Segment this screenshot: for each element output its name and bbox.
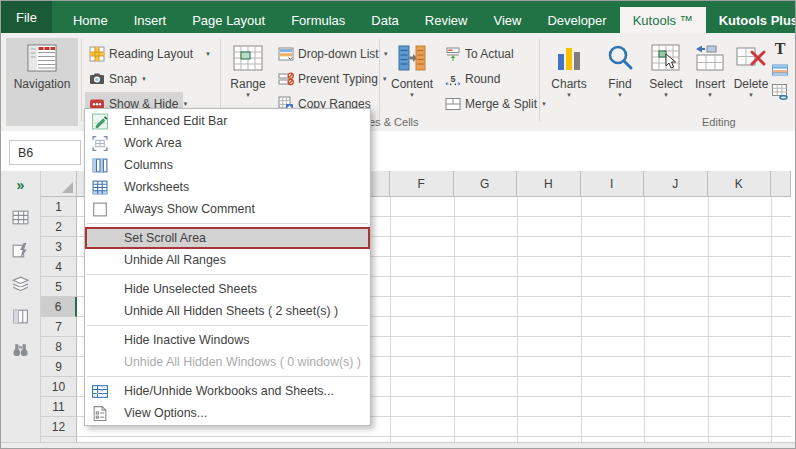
menu-item-label: Unhide All Hidden Windows ( 0 window(s) … — [124, 355, 361, 369]
navigation-button[interactable]: Navigation — [6, 38, 78, 126]
round-icon: 5 — [445, 71, 461, 87]
menu-item-label: View Options... — [124, 406, 207, 420]
expand-pane-button[interactable]: » — [17, 177, 25, 193]
comment-checkbox-icon — [91, 201, 109, 218]
editing-mini-buttons: T — [771, 39, 789, 101]
insert-button[interactable]: Insert ▼ — [690, 38, 730, 126]
menu-item-enhanced-edit-bar[interactable]: Enhanced Edit Bar — [85, 110, 370, 132]
tab-home[interactable]: Home — [60, 7, 121, 33]
merge-split-button[interactable]: Merge & Split ▼ — [441, 92, 551, 115]
select-button[interactable]: Select ▼ — [643, 38, 689, 126]
range-icon — [232, 42, 264, 74]
menu-item-unhide-all-hidden-sheets-2-sheet-s[interactable]: Unhide All Hidden Sheets ( 2 sheet(s) ) — [85, 300, 370, 322]
find-pane-icon[interactable] — [11, 340, 30, 359]
content-icon — [396, 42, 428, 74]
row-header-1[interactable]: 1 — [41, 197, 77, 217]
row-header-6[interactable]: 6 — [41, 297, 77, 317]
menu-item-label: Always Show Comment — [124, 202, 255, 216]
menu-item-hide-unselected-sheets[interactable]: Hide Unselected Sheets — [85, 278, 370, 300]
group-divider — [539, 39, 540, 121]
snap-label: Snap — [109, 72, 137, 86]
row-header-11[interactable]: 11 — [41, 397, 77, 417]
worksheets-icon — [91, 179, 109, 196]
column-header-clipped[interactable] — [771, 171, 791, 197]
tab-file[interactable]: File — [1, 1, 52, 33]
window-bottom-edge — [1, 442, 795, 449]
tab-kutools-plus[interactable]: Kutools Plus — [706, 7, 796, 33]
row-header-7[interactable]: 7 — [41, 317, 77, 337]
content-button[interactable]: Content ▼ — [385, 38, 439, 126]
column-gridline — [581, 197, 582, 442]
row-header-4[interactable]: 4 — [41, 257, 77, 277]
row-header-5[interactable]: 5 — [41, 277, 77, 297]
tab-kutools[interactable]: Kutools ™ — [620, 7, 706, 33]
column-header-K[interactable]: K — [708, 171, 772, 197]
tab-insert[interactable]: Insert — [121, 7, 180, 33]
reading-layout-button[interactable]: Reading Layout ▼ — [85, 42, 215, 65]
menu-item-columns[interactable]: Columns — [85, 154, 370, 176]
group-divider — [379, 39, 380, 121]
workbook-sheet-pane-icon[interactable] — [11, 208, 30, 227]
editing-group-label: Editing — [702, 116, 736, 128]
row-header-12[interactable]: 12 — [41, 417, 77, 437]
tab-view[interactable]: View — [480, 7, 534, 33]
layers-pane-icon[interactable] — [11, 274, 30, 293]
group-divider — [81, 39, 82, 121]
show-hide-dropdown-menu: Enhanced Edit BarWork AreaColumnsWorkshe… — [84, 108, 371, 426]
kutools-side-toolbar: » — [1, 171, 41, 442]
snap-button[interactable]: Snap ▼ — [85, 67, 151, 90]
text-tools-icon[interactable]: T — [771, 39, 789, 57]
column-gridline — [708, 197, 709, 442]
column-header-H[interactable]: H — [517, 171, 581, 197]
row-header-2[interactable]: 2 — [41, 217, 77, 237]
delete-label: Delete — [734, 77, 769, 91]
select-all-corner[interactable] — [41, 171, 77, 197]
menu-item-hide-unhide-workbooks-and-sheets[interactable]: Hide/Unhide Workbooks and Sheets... — [85, 380, 370, 402]
name-box-value: B6 — [18, 146, 33, 160]
menu-item-icon-empty — [91, 354, 109, 371]
menu-item-work-area[interactable]: Work Area — [85, 132, 370, 154]
row-header-8[interactable]: 8 — [41, 337, 77, 357]
round-button[interactable]: 5 Round — [441, 67, 504, 90]
tab-data[interactable]: Data — [358, 7, 411, 33]
dropdown-list-button[interactable]: Drop-down List ▼ — [274, 42, 393, 65]
svg-text:5: 5 — [450, 73, 455, 83]
charts-label: Charts — [551, 77, 586, 91]
menu-item-label: Worksheets — [124, 180, 189, 194]
tab-developer[interactable]: Developer — [534, 7, 619, 33]
menu-item-icon-empty — [91, 252, 109, 269]
column-pane-icon[interactable] — [11, 307, 30, 326]
row-header-10[interactable]: 10 — [41, 377, 77, 397]
row-header-9[interactable]: 9 — [41, 357, 77, 377]
menu-item-hide-inactive-windows[interactable]: Hide Inactive Windows — [85, 329, 370, 351]
menu-item-always-show-comment[interactable]: Always Show Comment — [85, 198, 370, 220]
menu-item-worksheets[interactable]: Worksheets — [85, 176, 370, 198]
menu-item-view-options[interactable]: View Options... — [85, 402, 370, 424]
row-header-3[interactable]: 3 — [41, 237, 77, 257]
menu-item-icon-empty — [91, 230, 109, 247]
column-header-I[interactable]: I — [581, 171, 645, 197]
to-actual-button[interactable]: To Actual — [441, 42, 518, 65]
find-button[interactable]: Find ▼ — [599, 38, 641, 126]
banded-rows-icon[interactable] — [771, 61, 789, 79]
delete-button[interactable]: Delete ▼ — [730, 38, 772, 126]
insert-link-icon[interactable] — [771, 83, 789, 101]
chevron-down-icon: ▼ — [663, 92, 669, 98]
menu-item-unhide-all-ranges[interactable]: Unhide All Ranges — [85, 249, 370, 271]
menu-item-icon-empty — [91, 332, 109, 349]
chevron-down-icon: ▼ — [707, 92, 713, 98]
navigation-pane-icon — [26, 42, 58, 74]
tab-review[interactable]: Review — [412, 7, 481, 33]
column-header-J[interactable]: J — [644, 171, 708, 197]
name-box[interactable]: B6 — [9, 140, 81, 165]
column-header-F[interactable]: F — [390, 171, 454, 197]
menu-item-set-scroll-area[interactable]: Set Scroll Area — [85, 227, 370, 249]
column-header-G[interactable]: G — [454, 171, 518, 197]
charts-button[interactable]: Charts ▼ — [544, 38, 594, 126]
column-gridline — [454, 197, 455, 442]
flash-pane-icon[interactable] — [11, 241, 30, 260]
tab-formulas[interactable]: Formulas — [278, 7, 358, 33]
prevent-typing-button[interactable]: Prevent Typing ▼ — [274, 67, 392, 90]
prevent-typing-label: Prevent Typing — [298, 72, 378, 86]
tab-page-layout[interactable]: Page Layout — [179, 7, 278, 33]
